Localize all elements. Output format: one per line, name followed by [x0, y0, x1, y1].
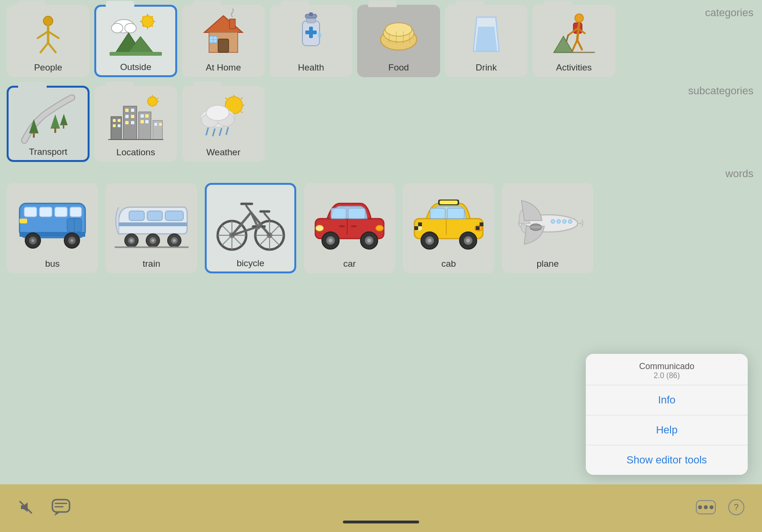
- svg-line-145: [264, 213, 270, 220]
- svg-point-122: [151, 239, 154, 242]
- plane-icon: [512, 189, 583, 256]
- svg-point-17: [125, 23, 136, 33]
- svg-rect-100: [40, 207, 52, 217]
- outside-label: Outside: [120, 62, 151, 72]
- transport-icon: [20, 92, 77, 146]
- svg-line-97: [226, 128, 228, 134]
- svg-rect-181: [476, 226, 480, 230]
- svg-point-194: [698, 505, 702, 509]
- svg-rect-74: [140, 120, 144, 123]
- svg-rect-33: [305, 30, 317, 34]
- popup-editor-button[interactable]: Show editor tools: [586, 445, 748, 475]
- health-icon: [285, 11, 337, 59]
- svg-rect-61: [118, 119, 120, 122]
- activities-icon: [548, 11, 600, 59]
- word-train[interactable]: train: [106, 183, 197, 273]
- svg-point-34: [318, 32, 321, 38]
- popup-help-button[interactable]: Help: [586, 415, 748, 445]
- weather-icon: [195, 92, 252, 146]
- svg-rect-112: [20, 219, 27, 223]
- words-section: bus: [0, 166, 762, 277]
- svg-rect-180: [418, 222, 422, 226]
- svg-text:?: ?: [734, 502, 739, 512]
- train-icon: [116, 189, 187, 256]
- svg-line-95: [213, 129, 215, 136]
- at-home-label: At Home: [206, 62, 241, 73]
- svg-point-185: [562, 220, 566, 223]
- drink-icon: [460, 11, 512, 59]
- svg-rect-189: [530, 226, 541, 228]
- svg-rect-70: [131, 121, 134, 124]
- svg-point-155: [316, 225, 323, 231]
- category-drink[interactable]: Drink: [445, 5, 528, 77]
- svg-line-89: [225, 98, 227, 99]
- svg-point-159: [329, 239, 332, 242]
- svg-point-0: [43, 16, 53, 26]
- category-outside[interactable]: Outside: [94, 5, 177, 77]
- popup-info-button[interactable]: Info: [586, 385, 748, 415]
- svg-line-13: [151, 16, 153, 18]
- word-cab[interactable]: cab: [403, 183, 494, 273]
- svg-rect-179: [414, 226, 418, 230]
- question-button[interactable]: ?: [728, 499, 745, 518]
- category-at-home[interactable]: At Home: [182, 5, 265, 77]
- svg-marker-57: [60, 114, 68, 125]
- svg-line-94: [206, 128, 208, 135]
- svg-rect-114: [147, 211, 162, 221]
- svg-line-2: [38, 31, 48, 38]
- subcategory-transport[interactable]: Transport: [7, 86, 90, 162]
- locations-icon: [107, 92, 164, 146]
- activities-label: Activities: [556, 62, 592, 73]
- svg-line-12: [151, 25, 153, 27]
- svg-rect-150: [261, 225, 266, 228]
- people-label: People: [34, 62, 62, 73]
- svg-rect-31: [309, 12, 313, 16]
- svg-point-80: [148, 97, 157, 106]
- svg-point-196: [710, 505, 713, 509]
- word-car[interactable]: car: [304, 183, 395, 273]
- svg-rect-167: [447, 208, 464, 219]
- cab-label: cab: [441, 259, 456, 269]
- transport-label: Transport: [29, 147, 68, 157]
- word-plane[interactable]: plane: [502, 183, 593, 273]
- svg-line-86: [241, 98, 242, 99]
- drink-label: Drink: [476, 62, 497, 73]
- svg-marker-52: [554, 36, 573, 52]
- svg-marker-55: [50, 114, 60, 129]
- subcategories-section: Transport: [0, 82, 762, 168]
- word-bus[interactable]: bus: [7, 183, 98, 273]
- svg-point-156: [376, 225, 383, 231]
- svg-rect-149: [252, 225, 256, 228]
- svg-rect-20: [110, 52, 162, 56]
- people-icon: [22, 11, 74, 59]
- category-activities[interactable]: Activities: [532, 5, 615, 77]
- svg-point-43: [575, 14, 583, 22]
- bus-icon: [17, 189, 88, 256]
- app-name: Communicado: [591, 361, 743, 371]
- svg-line-11: [142, 16, 144, 18]
- svg-rect-75: [145, 120, 149, 123]
- more-button[interactable]: [695, 499, 716, 518]
- mute-button[interactable]: [17, 499, 34, 518]
- popup-header: Communicado 2.0 (86): [586, 354, 748, 385]
- word-bicycle[interactable]: bicycle: [205, 183, 296, 273]
- svg-rect-169: [440, 201, 458, 204]
- svg-point-16: [111, 23, 123, 33]
- svg-rect-102: [70, 207, 81, 217]
- svg-point-93: [206, 105, 229, 120]
- svg-line-96: [220, 129, 221, 135]
- svg-rect-71: [139, 112, 151, 140]
- svg-rect-63: [118, 124, 120, 127]
- svg-rect-73: [145, 114, 149, 118]
- svg-rect-115: [165, 211, 183, 221]
- category-health[interactable]: Health: [270, 5, 352, 77]
- svg-rect-191: [52, 500, 70, 512]
- svg-rect-99: [24, 207, 37, 217]
- subcategories-row: Transport: [0, 82, 762, 166]
- svg-point-178: [466, 239, 470, 242]
- chat-button[interactable]: [51, 499, 70, 518]
- subcategory-locations[interactable]: Locations: [94, 86, 177, 162]
- category-people[interactable]: People: [7, 5, 90, 77]
- subcategory-weather[interactable]: Weather: [182, 86, 265, 162]
- category-food[interactable]: Food: [357, 5, 440, 77]
